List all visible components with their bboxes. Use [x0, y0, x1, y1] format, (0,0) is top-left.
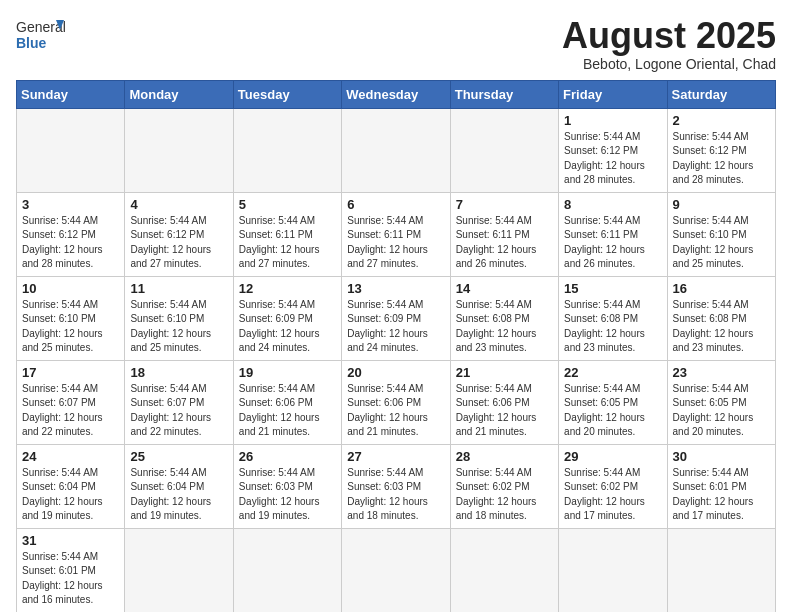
day-number: 1 — [564, 113, 661, 128]
day-number: 4 — [130, 197, 227, 212]
day-cell: 7Sunrise: 5:44 AM Sunset: 6:11 PM Daylig… — [450, 192, 558, 276]
day-info: Sunrise: 5:44 AM Sunset: 6:06 PM Dayligh… — [456, 382, 553, 440]
day-number: 14 — [456, 281, 553, 296]
day-cell: 1Sunrise: 5:44 AM Sunset: 6:12 PM Daylig… — [559, 108, 667, 192]
day-cell: 24Sunrise: 5:44 AM Sunset: 6:04 PM Dayli… — [17, 444, 125, 528]
day-number: 26 — [239, 449, 336, 464]
day-info: Sunrise: 5:44 AM Sunset: 6:11 PM Dayligh… — [239, 214, 336, 272]
day-cell — [559, 528, 667, 612]
day-info: Sunrise: 5:44 AM Sunset: 6:04 PM Dayligh… — [130, 466, 227, 524]
month-title: August 2025 — [562, 16, 776, 56]
day-info: Sunrise: 5:44 AM Sunset: 6:09 PM Dayligh… — [239, 298, 336, 356]
day-cell: 27Sunrise: 5:44 AM Sunset: 6:03 PM Dayli… — [342, 444, 450, 528]
week-row-1: 1Sunrise: 5:44 AM Sunset: 6:12 PM Daylig… — [17, 108, 776, 192]
day-cell — [125, 108, 233, 192]
day-cell: 13Sunrise: 5:44 AM Sunset: 6:09 PM Dayli… — [342, 276, 450, 360]
day-number: 10 — [22, 281, 119, 296]
calendar: SundayMondayTuesdayWednesdayThursdayFrid… — [16, 80, 776, 612]
svg-text:Blue: Blue — [16, 35, 47, 51]
day-info: Sunrise: 5:44 AM Sunset: 6:07 PM Dayligh… — [130, 382, 227, 440]
weekday-wednesday: Wednesday — [342, 80, 450, 108]
weekday-saturday: Saturday — [667, 80, 775, 108]
day-number: 17 — [22, 365, 119, 380]
day-cell: 6Sunrise: 5:44 AM Sunset: 6:11 PM Daylig… — [342, 192, 450, 276]
day-number: 29 — [564, 449, 661, 464]
header: General Blue August 2025 Beboto, Logone … — [16, 16, 776, 72]
day-info: Sunrise: 5:44 AM Sunset: 6:01 PM Dayligh… — [22, 550, 119, 608]
day-info: Sunrise: 5:44 AM Sunset: 6:09 PM Dayligh… — [347, 298, 444, 356]
day-cell — [233, 108, 341, 192]
day-info: Sunrise: 5:44 AM Sunset: 6:06 PM Dayligh… — [347, 382, 444, 440]
day-cell: 8Sunrise: 5:44 AM Sunset: 6:11 PM Daylig… — [559, 192, 667, 276]
day-info: Sunrise: 5:44 AM Sunset: 6:08 PM Dayligh… — [564, 298, 661, 356]
day-cell — [342, 108, 450, 192]
day-number: 5 — [239, 197, 336, 212]
week-row-4: 17Sunrise: 5:44 AM Sunset: 6:07 PM Dayli… — [17, 360, 776, 444]
subtitle: Beboto, Logone Oriental, Chad — [562, 56, 776, 72]
day-cell: 10Sunrise: 5:44 AM Sunset: 6:10 PM Dayli… — [17, 276, 125, 360]
week-row-2: 3Sunrise: 5:44 AM Sunset: 6:12 PM Daylig… — [17, 192, 776, 276]
day-number: 18 — [130, 365, 227, 380]
day-cell: 16Sunrise: 5:44 AM Sunset: 6:08 PM Dayli… — [667, 276, 775, 360]
day-cell: 31Sunrise: 5:44 AM Sunset: 6:01 PM Dayli… — [17, 528, 125, 612]
day-number: 19 — [239, 365, 336, 380]
day-cell — [450, 108, 558, 192]
day-cell: 4Sunrise: 5:44 AM Sunset: 6:12 PM Daylig… — [125, 192, 233, 276]
day-number: 22 — [564, 365, 661, 380]
week-row-3: 10Sunrise: 5:44 AM Sunset: 6:10 PM Dayli… — [17, 276, 776, 360]
day-cell — [17, 108, 125, 192]
day-number: 27 — [347, 449, 444, 464]
day-info: Sunrise: 5:44 AM Sunset: 6:11 PM Dayligh… — [347, 214, 444, 272]
day-cell: 18Sunrise: 5:44 AM Sunset: 6:07 PM Dayli… — [125, 360, 233, 444]
day-info: Sunrise: 5:44 AM Sunset: 6:10 PM Dayligh… — [130, 298, 227, 356]
day-cell: 3Sunrise: 5:44 AM Sunset: 6:12 PM Daylig… — [17, 192, 125, 276]
day-number: 24 — [22, 449, 119, 464]
day-cell — [667, 528, 775, 612]
day-number: 2 — [673, 113, 770, 128]
day-number: 28 — [456, 449, 553, 464]
day-cell: 25Sunrise: 5:44 AM Sunset: 6:04 PM Dayli… — [125, 444, 233, 528]
day-number: 7 — [456, 197, 553, 212]
weekday-friday: Friday — [559, 80, 667, 108]
logo-svg: General Blue — [16, 16, 66, 60]
day-info: Sunrise: 5:44 AM Sunset: 6:10 PM Dayligh… — [22, 298, 119, 356]
day-info: Sunrise: 5:44 AM Sunset: 6:03 PM Dayligh… — [239, 466, 336, 524]
day-number: 13 — [347, 281, 444, 296]
day-number: 23 — [673, 365, 770, 380]
weekday-monday: Monday — [125, 80, 233, 108]
day-cell: 29Sunrise: 5:44 AM Sunset: 6:02 PM Dayli… — [559, 444, 667, 528]
day-info: Sunrise: 5:44 AM Sunset: 6:06 PM Dayligh… — [239, 382, 336, 440]
day-info: Sunrise: 5:44 AM Sunset: 6:07 PM Dayligh… — [22, 382, 119, 440]
day-info: Sunrise: 5:44 AM Sunset: 6:08 PM Dayligh… — [673, 298, 770, 356]
day-cell — [450, 528, 558, 612]
day-cell: 11Sunrise: 5:44 AM Sunset: 6:10 PM Dayli… — [125, 276, 233, 360]
day-cell: 2Sunrise: 5:44 AM Sunset: 6:12 PM Daylig… — [667, 108, 775, 192]
day-number: 16 — [673, 281, 770, 296]
day-info: Sunrise: 5:44 AM Sunset: 6:11 PM Dayligh… — [456, 214, 553, 272]
day-number: 11 — [130, 281, 227, 296]
day-info: Sunrise: 5:44 AM Sunset: 6:05 PM Dayligh… — [673, 382, 770, 440]
day-cell: 12Sunrise: 5:44 AM Sunset: 6:09 PM Dayli… — [233, 276, 341, 360]
day-info: Sunrise: 5:44 AM Sunset: 6:01 PM Dayligh… — [673, 466, 770, 524]
day-info: Sunrise: 5:44 AM Sunset: 6:12 PM Dayligh… — [673, 130, 770, 188]
day-number: 15 — [564, 281, 661, 296]
weekday-thursday: Thursday — [450, 80, 558, 108]
week-row-6: 31Sunrise: 5:44 AM Sunset: 6:01 PM Dayli… — [17, 528, 776, 612]
day-info: Sunrise: 5:44 AM Sunset: 6:02 PM Dayligh… — [564, 466, 661, 524]
day-info: Sunrise: 5:44 AM Sunset: 6:02 PM Dayligh… — [456, 466, 553, 524]
day-info: Sunrise: 5:44 AM Sunset: 6:12 PM Dayligh… — [22, 214, 119, 272]
day-info: Sunrise: 5:44 AM Sunset: 6:05 PM Dayligh… — [564, 382, 661, 440]
day-info: Sunrise: 5:44 AM Sunset: 6:10 PM Dayligh… — [673, 214, 770, 272]
day-number: 6 — [347, 197, 444, 212]
day-number: 30 — [673, 449, 770, 464]
day-cell: 28Sunrise: 5:44 AM Sunset: 6:02 PM Dayli… — [450, 444, 558, 528]
day-number: 25 — [130, 449, 227, 464]
day-cell: 19Sunrise: 5:44 AM Sunset: 6:06 PM Dayli… — [233, 360, 341, 444]
day-cell: 9Sunrise: 5:44 AM Sunset: 6:10 PM Daylig… — [667, 192, 775, 276]
day-cell: 23Sunrise: 5:44 AM Sunset: 6:05 PM Dayli… — [667, 360, 775, 444]
day-info: Sunrise: 5:44 AM Sunset: 6:08 PM Dayligh… — [456, 298, 553, 356]
day-cell: 21Sunrise: 5:44 AM Sunset: 6:06 PM Dayli… — [450, 360, 558, 444]
day-info: Sunrise: 5:44 AM Sunset: 6:11 PM Dayligh… — [564, 214, 661, 272]
day-cell: 5Sunrise: 5:44 AM Sunset: 6:11 PM Daylig… — [233, 192, 341, 276]
day-cell — [233, 528, 341, 612]
